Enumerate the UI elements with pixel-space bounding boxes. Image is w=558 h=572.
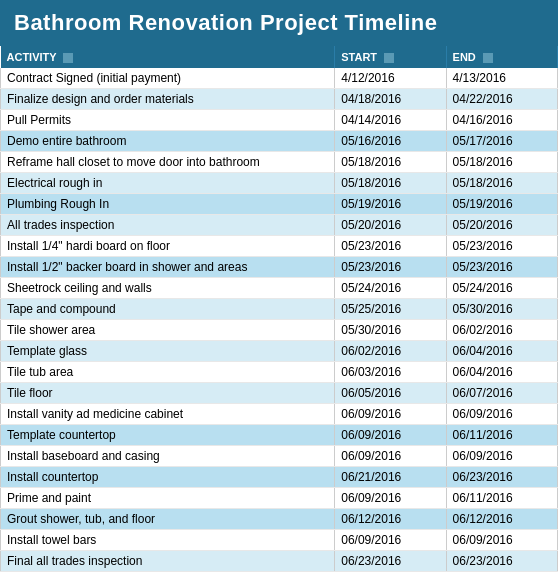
- activity-cell: Install 1/4" hardi board on floor: [1, 236, 335, 257]
- table-row: Tile tub area06/03/201606/04/2016: [1, 362, 558, 383]
- table-row: Install vanity ad medicine cabinet06/09/…: [1, 404, 558, 425]
- activity-cell: Prime and paint: [1, 488, 335, 509]
- activity-column-header[interactable]: ACTIVITY: [1, 46, 335, 68]
- activity-cell: Install towel bars: [1, 530, 335, 551]
- start-cell: 4/12/2016: [335, 68, 446, 89]
- start-cell: 06/09/2016: [335, 488, 446, 509]
- activity-cell: Contract Signed (initial payment): [1, 68, 335, 89]
- end-cell: 06/02/2016: [446, 320, 557, 341]
- start-cell: 06/09/2016: [335, 404, 446, 425]
- end-cell: 06/23/2016: [446, 467, 557, 488]
- activity-cell: Tile tub area: [1, 362, 335, 383]
- end-cell: 05/17/2016: [446, 131, 557, 152]
- table-row: Tape and compound05/25/201605/30/2016: [1, 299, 558, 320]
- activity-cell: Install countertop: [1, 467, 335, 488]
- table-row: Electrical rough in05/18/201605/18/2016: [1, 173, 558, 194]
- table-row: Install countertop06/21/201606/23/2016: [1, 467, 558, 488]
- activity-sort-icon[interactable]: [63, 53, 73, 63]
- end-cell: 04/16/2016: [446, 110, 557, 131]
- end-cell: 4/13/2016: [446, 68, 557, 89]
- start-cell: 05/30/2016: [335, 320, 446, 341]
- activity-cell: Grout shower, tub, and floor: [1, 509, 335, 530]
- start-cell: 05/19/2016: [335, 194, 446, 215]
- table-row: All trades inspection05/20/201605/20/201…: [1, 215, 558, 236]
- table-row: Install towel bars06/09/201606/09/2016: [1, 530, 558, 551]
- table-row: Finalize design and order materials04/18…: [1, 89, 558, 110]
- start-sort-icon[interactable]: [384, 53, 394, 63]
- end-cell: 06/07/2016: [446, 383, 557, 404]
- end-cell: 06/12/2016: [446, 509, 557, 530]
- start-cell: 05/23/2016: [335, 236, 446, 257]
- start-cell: 06/09/2016: [335, 425, 446, 446]
- table-row: Sheetrock ceiling and walls05/24/201605/…: [1, 278, 558, 299]
- end-cell: 05/24/2016: [446, 278, 557, 299]
- start-cell: 04/18/2016: [335, 89, 446, 110]
- end-cell: 05/23/2016: [446, 236, 557, 257]
- table-row: Contract Signed (initial payment)4/12/20…: [1, 68, 558, 89]
- end-cell: 06/11/2016: [446, 425, 557, 446]
- end-sort-icon[interactable]: [483, 53, 493, 63]
- end-cell: 05/30/2016: [446, 299, 557, 320]
- page-title: Bathroom Renovation Project Timeline: [0, 0, 558, 46]
- table-row: Install 1/2" backer board in shower and …: [1, 257, 558, 278]
- activity-cell: Template countertop: [1, 425, 335, 446]
- table-row: Prime and paint06/09/201606/11/2016: [1, 488, 558, 509]
- start-cell: 04/14/2016: [335, 110, 446, 131]
- activity-cell: All trades inspection: [1, 215, 335, 236]
- start-cell: 06/21/2016: [335, 467, 446, 488]
- table-row: Pull Permits04/14/201604/16/2016: [1, 110, 558, 131]
- start-column-header[interactable]: START: [335, 46, 446, 68]
- end-cell: 06/23/2016: [446, 551, 557, 572]
- start-cell: 06/03/2016: [335, 362, 446, 383]
- table-row: Install baseboard and casing06/09/201606…: [1, 446, 558, 467]
- end-cell: 05/18/2016: [446, 173, 557, 194]
- end-cell: 06/04/2016: [446, 341, 557, 362]
- end-cell: 06/09/2016: [446, 404, 557, 425]
- start-cell: 06/12/2016: [335, 509, 446, 530]
- activity-cell: Install baseboard and casing: [1, 446, 335, 467]
- activity-cell: Tile shower area: [1, 320, 335, 341]
- end-cell: 04/22/2016: [446, 89, 557, 110]
- end-cell: 06/04/2016: [446, 362, 557, 383]
- end-cell: 06/11/2016: [446, 488, 557, 509]
- start-cell: 05/18/2016: [335, 173, 446, 194]
- table-row: Demo entire bathroom05/16/201605/17/2016: [1, 131, 558, 152]
- table-row: Template countertop06/09/201606/11/2016: [1, 425, 558, 446]
- start-cell: 06/09/2016: [335, 530, 446, 551]
- table-row: Final all trades inspection06/23/201606/…: [1, 551, 558, 572]
- end-cell: 05/18/2016: [446, 152, 557, 173]
- start-cell: 06/09/2016: [335, 446, 446, 467]
- table-row: Tile shower area05/30/201606/02/2016: [1, 320, 558, 341]
- end-cell: 05/20/2016: [446, 215, 557, 236]
- activity-cell: Finalize design and order materials: [1, 89, 335, 110]
- table-row: Template glass06/02/201606/04/2016: [1, 341, 558, 362]
- start-cell: 06/02/2016: [335, 341, 446, 362]
- activity-cell: Pull Permits: [1, 110, 335, 131]
- start-cell: 06/23/2016: [335, 551, 446, 572]
- activity-cell: Tile floor: [1, 383, 335, 404]
- start-cell: 05/25/2016: [335, 299, 446, 320]
- activity-cell: Electrical rough in: [1, 173, 335, 194]
- activity-cell: Tape and compound: [1, 299, 335, 320]
- table-row: Plumbing Rough In05/19/201605/19/2016: [1, 194, 558, 215]
- start-cell: 05/24/2016: [335, 278, 446, 299]
- activity-cell: Install 1/2" backer board in shower and …: [1, 257, 335, 278]
- start-cell: 05/23/2016: [335, 257, 446, 278]
- end-column-header[interactable]: END: [446, 46, 557, 68]
- end-cell: 06/09/2016: [446, 446, 557, 467]
- activity-cell: Install vanity ad medicine cabinet: [1, 404, 335, 425]
- end-cell: 06/09/2016: [446, 530, 557, 551]
- table-row: Tile floor06/05/201606/07/2016: [1, 383, 558, 404]
- activity-cell: Reframe hall closet to move door into ba…: [1, 152, 335, 173]
- table-row: Reframe hall closet to move door into ba…: [1, 152, 558, 173]
- end-cell: 05/23/2016: [446, 257, 557, 278]
- timeline-table: ACTIVITY START END Contract Signed (init…: [0, 46, 558, 572]
- table-row: Install 1/4" hardi board on floor05/23/2…: [1, 236, 558, 257]
- start-cell: 05/18/2016: [335, 152, 446, 173]
- table-row: Grout shower, tub, and floor06/12/201606…: [1, 509, 558, 530]
- activity-cell: Plumbing Rough In: [1, 194, 335, 215]
- activity-cell: Final all trades inspection: [1, 551, 335, 572]
- table-header-row: ACTIVITY START END: [1, 46, 558, 68]
- activity-cell: Template glass: [1, 341, 335, 362]
- activity-cell: Demo entire bathroom: [1, 131, 335, 152]
